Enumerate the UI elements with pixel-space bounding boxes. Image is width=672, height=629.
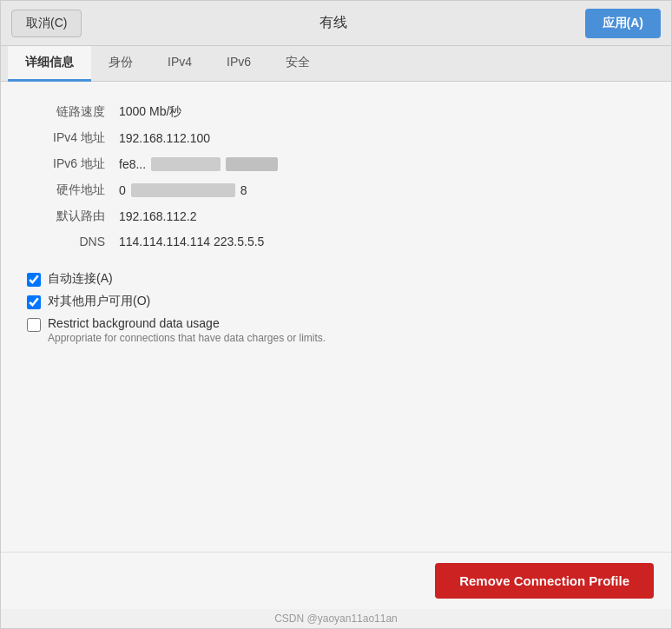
- cancel-button[interactable]: 取消(C): [11, 10, 82, 37]
- hw-label: 硬件地址: [27, 182, 105, 198]
- hw-row: 硬件地址 0 8: [27, 177, 645, 203]
- restrict-main-label: Restrict background data usage: [48, 316, 220, 330]
- available-users-label[interactable]: 对其他用户可用(O): [48, 294, 150, 309]
- content-area: 链路速度 1000 Mb/秒 IPv4 地址 192.168.112.100 I…: [1, 82, 671, 552]
- auto-connect-checkbox[interactable]: [27, 273, 41, 287]
- watermark: CSDN @yaoyan11ao11an: [1, 609, 671, 628]
- gateway-label: 默认路由: [27, 209, 105, 224]
- dns-row: DNS 114.114.114.114 223.5.5.5: [27, 229, 645, 254]
- ipv6-label: IPv6 地址: [27, 156, 105, 172]
- auto-connect-row: 自动连接(A): [27, 271, 645, 287]
- auto-connect-label[interactable]: 自动连接(A): [48, 271, 113, 287]
- ipv6-blur2: [226, 157, 278, 171]
- restrict-row: Restrict background data usage Appropria…: [27, 316, 645, 344]
- hw-value: 0 8: [119, 183, 247, 197]
- dialog-title: 有线: [320, 14, 347, 32]
- link-speed-value: 1000 Mb/秒: [119, 104, 181, 120]
- ipv6-row: IPv6 地址 fe8...: [27, 151, 645, 177]
- hw-suffix: 8: [240, 183, 247, 197]
- restrict-sub-label: Appropriate for connections that have da…: [48, 332, 326, 344]
- available-users-row: 对其他用户可用(O): [27, 294, 645, 309]
- titlebar: 取消(C) 有线 应用(A): [1, 1, 671, 46]
- restrict-label[interactable]: Restrict background data usage Appropria…: [48, 316, 326, 344]
- ipv4-label: IPv4 地址: [27, 130, 105, 146]
- tab-ipv6[interactable]: IPv6: [209, 46, 268, 82]
- info-table: 链路速度 1000 Mb/秒 IPv4 地址 192.168.112.100 I…: [27, 99, 645, 254]
- ipv6-blur1: [151, 157, 221, 171]
- ipv4-row: IPv4 地址 192.168.112.100: [27, 125, 645, 151]
- tabs-bar: 详细信息 身份 IPv4 IPv6 安全: [1, 46, 671, 82]
- dialog-container: 取消(C) 有线 应用(A) 详细信息 身份 IPv4 IPv6 安全 链路速度…: [0, 0, 672, 629]
- tab-ipv4[interactable]: IPv4: [150, 46, 209, 82]
- tab-security[interactable]: 安全: [268, 46, 327, 82]
- tab-details[interactable]: 详细信息: [8, 46, 91, 82]
- ipv6-prefix: fe8...: [119, 157, 146, 171]
- hw-prefix: 0: [119, 183, 126, 197]
- dns-label: DNS: [27, 235, 105, 248]
- footer: Remove Connection Profile: [1, 552, 671, 609]
- ipv6-value: fe8...: [119, 157, 278, 171]
- apply-button[interactable]: 应用(A): [585, 9, 661, 38]
- link-speed-row: 链路速度 1000 Mb/秒: [27, 99, 645, 125]
- link-speed-label: 链路速度: [27, 104, 105, 120]
- restrict-checkbox[interactable]: [27, 318, 41, 332]
- ipv4-value: 192.168.112.100: [119, 131, 210, 145]
- hw-blur: [131, 183, 235, 197]
- dns-value: 114.114.114.114 223.5.5.5: [119, 235, 264, 248]
- gateway-value: 192.168.112.2: [119, 209, 197, 223]
- gateway-row: 默认路由 192.168.112.2: [27, 203, 645, 229]
- available-users-checkbox[interactable]: [27, 295, 41, 309]
- tab-identity[interactable]: 身份: [91, 46, 150, 82]
- remove-connection-button[interactable]: Remove Connection Profile: [435, 563, 654, 599]
